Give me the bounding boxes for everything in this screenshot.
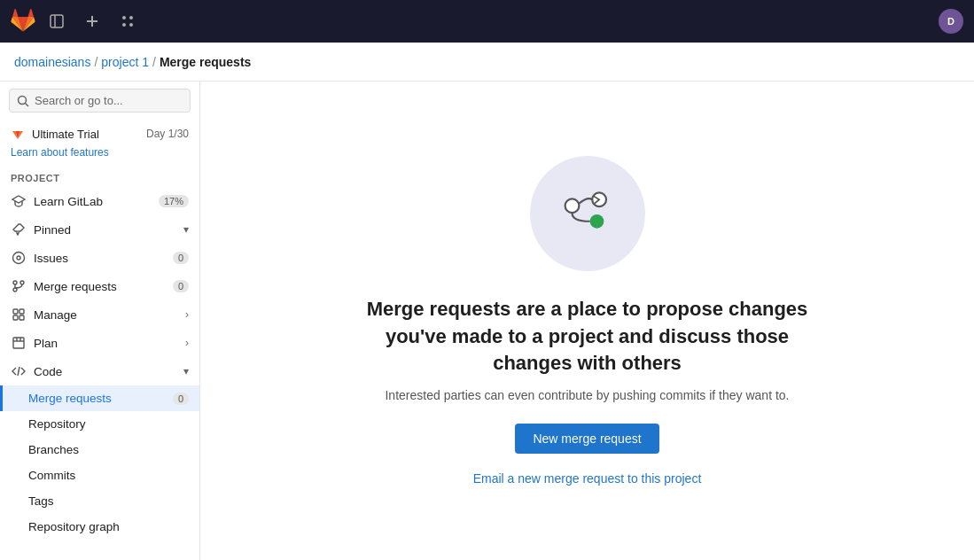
empty-state-heading: Merge requests are a place to propose ch… — [361, 296, 814, 377]
merge-request-illustration — [530, 156, 645, 271]
sidebar-subitem-repository[interactable]: Repository — [0, 411, 199, 437]
email-merge-request-link[interactable]: Email a new merge request to this projec… — [361, 471, 814, 486]
svg-line-9 — [26, 103, 29, 106]
new-merge-request-button[interactable]: New merge request — [515, 424, 658, 454]
gitlab-small-logo — [11, 127, 25, 141]
code-chevron-icon: ▾ — [183, 365, 189, 377]
svg-point-12 — [17, 256, 20, 260]
manage-icon — [11, 307, 27, 323]
sidebar: Search or go to... Ultimate Trial Day 1/… — [0, 82, 200, 560]
sidebar-item-manage[interactable]: Manage › — [0, 300, 199, 329]
learn-about-features-link[interactable]: Learn about features — [0, 144, 199, 166]
svg-point-8 — [19, 96, 27, 104]
manage-label: Manage — [34, 308, 77, 322]
svg-point-7 — [129, 23, 133, 27]
merge-requests-sub-label: Merge requests — [28, 392, 112, 405]
pinned-label: Pinned — [34, 223, 71, 237]
sidebar-item-merge-requests-top[interactable]: Merge requests 0 — [0, 272, 199, 300]
code-label: Code — [34, 365, 62, 378]
sidebar-toggle-button[interactable] — [43, 7, 71, 35]
breadcrumb-current: Merge requests — [160, 55, 251, 69]
merge-requests-top-label: Merge requests — [34, 280, 117, 293]
svg-rect-20 — [13, 338, 24, 348]
repository-graph-label: Repository graph — [28, 520, 120, 533]
empty-state: Merge requests are a place to propose ch… — [339, 135, 836, 507]
svg-point-5 — [129, 16, 133, 19]
plan-icon — [11, 335, 27, 351]
svg-rect-19 — [19, 315, 24, 320]
svg-point-11 — [13, 253, 25, 264]
plan-chevron-icon: › — [185, 337, 189, 349]
breadcrumb-org-link[interactable]: domainesians — [14, 55, 90, 69]
svg-point-4 — [122, 16, 126, 19]
breadcrumb-project-link[interactable]: project 1 — [101, 55, 149, 69]
sidebar-item-learn-gitlab[interactable]: Learn GitLab 17% — [0, 187, 199, 215]
top-navigation: D — [0, 0, 974, 43]
svg-rect-0 — [51, 15, 63, 27]
sidebar-item-pinned[interactable]: Pinned ▾ — [0, 215, 199, 244]
svg-rect-17 — [19, 309, 24, 314]
svg-rect-16 — [13, 309, 18, 314]
svg-marker-10 — [12, 196, 25, 203]
breadcrumb: domainesians / project 1 / Merge request… — [0, 43, 974, 82]
trial-day: Day 1/30 — [146, 128, 189, 140]
svg-point-13 — [13, 281, 17, 284]
breadcrumb-sep-1: / — [94, 55, 97, 69]
svg-point-14 — [20, 281, 24, 284]
avatar[interactable]: D — [939, 9, 963, 34]
code-icon — [11, 363, 27, 379]
merge-requests-sub-badge: 0 — [173, 393, 189, 405]
branches-label: Branches — [28, 443, 79, 456]
learn-gitlab-label: Learn GitLab — [34, 195, 103, 208]
main-content: Merge requests are a place to propose ch… — [200, 82, 974, 560]
svg-line-24 — [18, 367, 19, 376]
new-item-button[interactable] — [78, 7, 106, 35]
gitlab-logo[interactable] — [11, 9, 35, 34]
commits-label: Commits — [28, 469, 75, 482]
repository-label: Repository — [28, 417, 86, 431]
sidebar-section-project: Project — [0, 166, 199, 187]
svg-point-26 — [589, 214, 604, 229]
menu-button[interactable] — [113, 7, 142, 35]
trial-banner: Ultimate Trial Day 1/30 — [0, 120, 199, 144]
chevron-right-icon: › — [185, 308, 189, 321]
merge-request-icon — [11, 278, 27, 294]
graduation-icon — [11, 193, 27, 209]
sidebar-item-plan[interactable]: Plan › — [0, 329, 199, 357]
sidebar-subitem-repository-graph[interactable]: Repository graph — [0, 514, 199, 540]
sidebar-subitem-branches[interactable]: Branches — [0, 437, 199, 463]
tags-label: Tags — [28, 494, 54, 508]
sidebar-subitem-commits[interactable]: Commits — [0, 463, 199, 488]
learn-gitlab-badge: 17% — [159, 195, 189, 207]
breadcrumb-sep-2: / — [152, 55, 156, 69]
pin-icon — [11, 222, 27, 237]
sidebar-subitem-merge-requests[interactable]: Merge requests 0 — [0, 385, 199, 411]
plan-label: Plan — [34, 337, 58, 350]
search-bar[interactable]: Search or go to... — [9, 89, 191, 113]
issues-badge: 0 — [173, 252, 189, 264]
chevron-down-icon: ▾ — [183, 223, 189, 236]
search-icon — [17, 95, 29, 107]
sidebar-subitem-tags[interactable]: Tags — [0, 488, 199, 514]
svg-point-6 — [122, 23, 126, 27]
svg-rect-18 — [13, 315, 18, 320]
sidebar-item-code[interactable]: Code ▾ — [0, 357, 199, 385]
empty-state-subtext: Interested parties can even contribute b… — [361, 388, 814, 402]
mr-diagram-svg — [557, 183, 619, 245]
issues-label: Issues — [34, 252, 68, 265]
issues-icon — [11, 250, 27, 266]
sidebar-item-issues[interactable]: Issues 0 — [0, 244, 199, 272]
merge-requests-top-badge: 0 — [173, 280, 189, 292]
trial-label: Ultimate Trial — [32, 128, 99, 141]
svg-point-25 — [565, 198, 579, 213]
search-placeholder-text: Search or go to... — [35, 94, 123, 107]
